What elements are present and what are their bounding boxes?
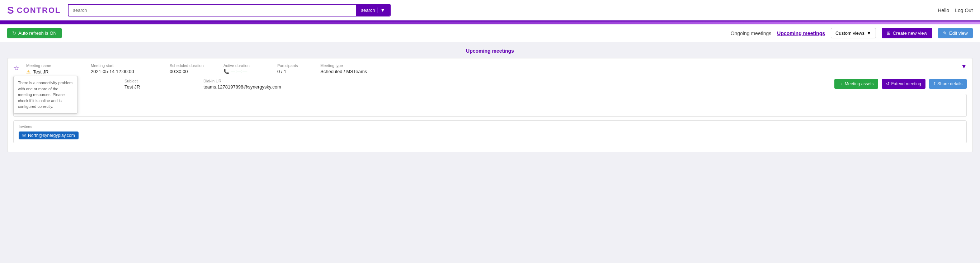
participants-value: 0 / 1 bbox=[277, 69, 313, 74]
auto-refresh-button[interactable]: ↻ Auto refresh is ON bbox=[7, 28, 62, 38]
tooltip-text: There is a connectivity problem with one… bbox=[18, 81, 72, 109]
participants-col: Participants 0 / 1 bbox=[277, 63, 313, 74]
search-dropdown-arrow[interactable]: ▼ bbox=[377, 8, 385, 13]
meeting-start-value: 2021-05-14 12:00:00 bbox=[91, 69, 162, 74]
meeting-type-text: Scheduled / MSTeams bbox=[320, 69, 367, 74]
dial-in-col: Dial-in URI teams.1278197898@synergysky.… bbox=[204, 79, 827, 90]
toolbar-right: Ongoing meetings Upcoming meetings Custo… bbox=[731, 28, 973, 38]
assets-icon: → bbox=[838, 81, 843, 86]
logout-button[interactable]: Log Out bbox=[955, 8, 973, 13]
active-duration-text: —:—:— bbox=[231, 69, 247, 74]
search-container: search ▼ bbox=[68, 4, 391, 16]
section-line-left bbox=[7, 51, 460, 51]
scheduler-label: Sch... bbox=[19, 98, 961, 102]
meeting-assets-button[interactable]: → Meeting assets bbox=[834, 79, 878, 89]
active-duration-label: Active duration bbox=[223, 63, 270, 68]
refresh-icon: ↻ bbox=[12, 30, 16, 36]
meeting-mid-row: Organizer Northm... There is a connectiv… bbox=[13, 79, 967, 90]
invitee-email-icon: ✉ bbox=[22, 133, 26, 138]
edit-icon: ✎ bbox=[943, 30, 947, 36]
hello-label: Hello bbox=[938, 8, 949, 13]
subject-col: Subject Test JR bbox=[124, 79, 196, 90]
section-line-right bbox=[520, 51, 973, 51]
connectivity-tooltip: There is a connectivity problem with one… bbox=[13, 76, 78, 114]
invitee-email-badge[interactable]: ✉ North@synergyplay.com bbox=[19, 132, 78, 139]
invitees-section: Invitees ✉ North@synergyplay.com bbox=[13, 120, 967, 143]
search-button[interactable]: search ▼ bbox=[356, 5, 390, 16]
dial-in-label: Dial-in URI bbox=[204, 79, 827, 83]
extend-meeting-button[interactable]: ↺ Extend meeting bbox=[882, 79, 926, 89]
app-header: S CONTROL search ▼ Hello Log Out bbox=[0, 0, 980, 22]
custom-views-button[interactable]: Custom views ▼ bbox=[831, 28, 876, 38]
toolbar: ↻ Auto refresh is ON Ongoing meetings Up… bbox=[0, 24, 980, 42]
meeting-name-col: Meeting name ⚠ Test JR bbox=[26, 63, 84, 74]
create-new-view-label: Create new view bbox=[893, 30, 927, 36]
dial-in-value: teams.1278197898@synergysky.com bbox=[204, 84, 827, 90]
custom-views-arrow-icon: ▼ bbox=[867, 30, 871, 36]
scheduled-duration-col: Scheduled duration 00:30:00 bbox=[170, 63, 216, 74]
meeting-top-row: ☆ Meeting name ⚠ Test JR Meeting start 2… bbox=[13, 63, 967, 74]
meeting-name-label: Meeting name bbox=[26, 63, 84, 68]
meeting-type-label: Meeting type bbox=[320, 63, 954, 68]
logo-icon: S bbox=[7, 5, 14, 16]
section-header: Upcoming meetings bbox=[7, 48, 973, 54]
meeting-card: ☆ Meeting name ⚠ Test JR Meeting start 2… bbox=[7, 58, 973, 152]
edit-view-label: Edit view bbox=[949, 30, 968, 36]
scheduled-duration-value: 00:30:00 bbox=[170, 69, 216, 74]
meeting-assets-label: Meeting assets bbox=[845, 81, 874, 86]
logo-text: CONTROL bbox=[17, 6, 61, 15]
search-button-label: search bbox=[361, 8, 375, 13]
header-right: Hello Log Out bbox=[938, 8, 973, 13]
action-buttons: → Meeting assets ↺ Extend meeting ⤴ Shar… bbox=[834, 79, 967, 89]
participants-label: Participants bbox=[277, 63, 313, 68]
custom-views-label: Custom views bbox=[835, 30, 864, 36]
subject-value: Test JR bbox=[124, 84, 196, 90]
subject-label: Subject bbox=[124, 79, 196, 83]
logo: S CONTROL bbox=[7, 5, 60, 16]
scheduled-duration-label: Scheduled duration bbox=[170, 63, 216, 68]
section-title: Upcoming meetings bbox=[463, 48, 517, 54]
auto-refresh-label: Auto refresh is ON bbox=[18, 30, 57, 36]
extend-meeting-label: Extend meeting bbox=[891, 81, 921, 86]
meeting-start-col: Meeting start 2021-05-14 12:00:00 bbox=[91, 63, 162, 74]
invitee-email-text: North@synergyplay.com bbox=[28, 133, 75, 138]
meeting-name-text: Test JR bbox=[33, 69, 48, 74]
meeting-expand-arrow-icon[interactable]: ▼ bbox=[961, 63, 967, 70]
create-new-view-button[interactable]: ⊞ Create new view bbox=[882, 28, 932, 38]
scheduler-section: Sch... ⊡ dx70@synergyplay.com bbox=[13, 94, 967, 117]
purple-band bbox=[0, 22, 980, 24]
warning-icon: ⚠ bbox=[26, 69, 31, 74]
main-content: Upcoming meetings ☆ Meeting name ⚠ Test … bbox=[0, 42, 980, 158]
active-duration-col: Active duration 📞 —:—:— bbox=[223, 63, 270, 74]
meeting-name-value: ⚠ Test JR bbox=[26, 69, 84, 74]
share-icon: ⤴ bbox=[933, 81, 935, 86]
meeting-type-col: Meeting type Scheduled / MSTeams bbox=[320, 63, 954, 74]
phone-icon: 📞 bbox=[223, 69, 229, 74]
meeting-type-value: Scheduled / MSTeams bbox=[320, 69, 954, 74]
share-details-button[interactable]: ⤴ Share details bbox=[929, 79, 967, 89]
ongoing-meetings-tab[interactable]: Ongoing meetings bbox=[731, 30, 772, 36]
upcoming-meetings-tab[interactable]: Upcoming meetings bbox=[777, 30, 825, 36]
invitees-label: Invitees bbox=[19, 124, 961, 128]
share-details-label: Share details bbox=[937, 81, 963, 86]
active-duration-value: 📞 —:—:— bbox=[223, 69, 270, 74]
star-icon[interactable]: ☆ bbox=[13, 64, 19, 72]
search-input[interactable] bbox=[68, 5, 356, 16]
meeting-start-label: Meeting start bbox=[91, 63, 162, 68]
create-icon: ⊞ bbox=[887, 30, 891, 36]
edit-view-button[interactable]: ✎ Edit view bbox=[938, 28, 973, 38]
extend-icon: ↺ bbox=[886, 81, 889, 86]
